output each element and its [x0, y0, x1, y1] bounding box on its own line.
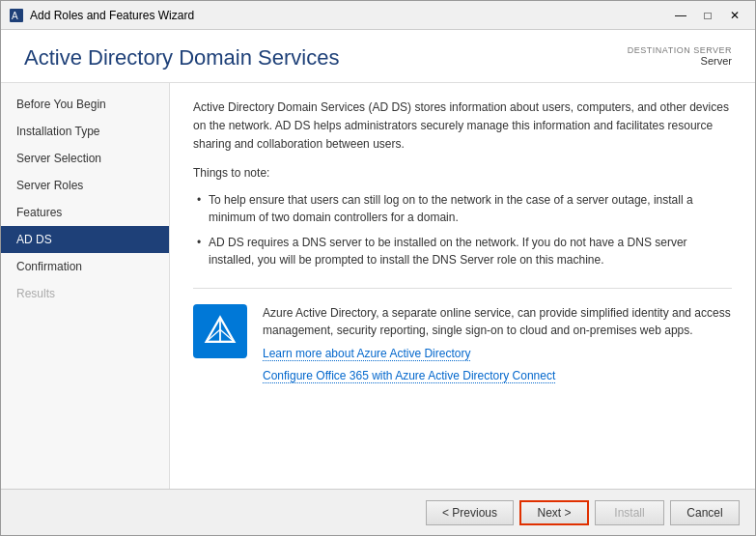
sidebar-item-installation-type[interactable]: Installation Type [1, 118, 169, 145]
title-bar: A Add Roles and Features Wizard — □ ✕ [1, 1, 755, 30]
azure-text-block: Azure Active Directory, a separate onlin… [263, 304, 732, 387]
azure-section: Azure Active Directory, a separate onlin… [193, 304, 732, 387]
sidebar-item-server-selection[interactable]: Server Selection [1, 145, 169, 172]
intro-text: Active Directory Domain Services (AD DS)… [193, 99, 732, 155]
maximize-button[interactable]: □ [695, 6, 720, 25]
azure-icon [193, 304, 247, 358]
page-header: Active Directory Domain Services DESTINA… [1, 30, 755, 83]
close-button[interactable]: ✕ [722, 6, 747, 25]
sidebar-item-results: Results [1, 280, 169, 307]
window-title: Add Roles and Features Wizard [30, 9, 668, 22]
next-button[interactable]: Next > [519, 500, 589, 525]
things-to-note-label: Things to note: [193, 166, 732, 180]
content-area: Active Directory Domain Services (AD DS)… [170, 83, 755, 489]
main-content: Before You BeginInstallation TypeServer … [1, 83, 755, 489]
bullet-list: To help ensure that users can still log … [193, 187, 732, 272]
sidebar-item-server-roles[interactable]: Server Roles [1, 172, 169, 199]
section-divider [193, 288, 732, 289]
sidebar-item-features[interactable]: Features [1, 199, 169, 226]
install-button[interactable]: Install [595, 500, 664, 525]
cancel-button[interactable]: Cancel [670, 500, 740, 525]
sidebar-item-confirmation[interactable]: Confirmation [1, 253, 169, 280]
destination-server-label: DESTINATION SERVER [628, 45, 732, 55]
window-icon: A [9, 8, 24, 23]
azure-link-2[interactable]: Configure Office 365 with Azure Active D… [263, 369, 555, 383]
bullet-item-2: AD DS requires a DNS server to be instal… [193, 230, 732, 272]
destination-server-info: DESTINATION SERVER Server [628, 45, 732, 67]
sidebar-item-before-you-begin[interactable]: Before You Begin [1, 91, 169, 118]
azure-link-1[interactable]: Learn more about Azure Active Directory [263, 347, 470, 361]
azure-description: Azure Active Directory, a separate onlin… [263, 304, 732, 339]
svg-text:A: A [12, 11, 18, 21]
wizard-window: A Add Roles and Features Wizard — □ ✕ Ac… [0, 0, 756, 536]
bullet-item-1: To help ensure that users can still log … [193, 187, 732, 230]
footer: < Previous Next > Install Cancel [1, 489, 755, 535]
sidebar: Before You BeginInstallation TypeServer … [1, 83, 170, 489]
minimize-button[interactable]: — [668, 6, 693, 25]
window-controls: — □ ✕ [668, 6, 747, 25]
destination-server-value: Server [628, 55, 732, 67]
page-title: Active Directory Domain Services [24, 45, 339, 71]
sidebar-item-ad-ds[interactable]: AD DS [1, 226, 169, 253]
previous-button[interactable]: < Previous [426, 500, 514, 525]
